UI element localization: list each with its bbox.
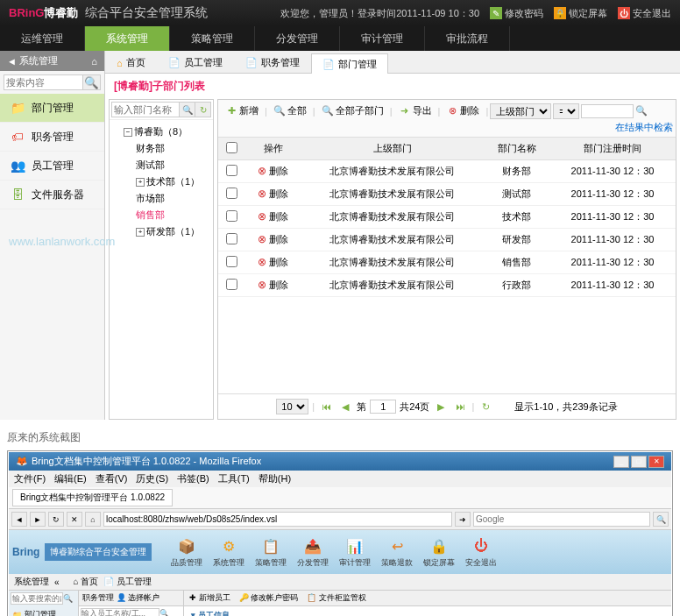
- page-size-select[interactable]: 10: [276, 399, 308, 414]
- prev-page-button[interactable]: ◀: [337, 399, 353, 414]
- tree-node[interactable]: 市场部: [113, 190, 209, 207]
- menu-item[interactable]: 查看(V): [96, 472, 128, 485]
- nav-policy[interactable]: 策略管理: [170, 26, 255, 51]
- tree-node[interactable]: 销售部: [113, 207, 209, 223]
- page-input[interactable]: [370, 400, 396, 414]
- nav-audit[interactable]: 审计管理: [340, 26, 425, 51]
- browser-tab[interactable]: Bring文档集中控制管理平台 1.0.0822: [12, 489, 173, 506]
- sidebar-item-position[interactable]: 🏷职务管理: [0, 123, 104, 152]
- reload-button[interactable]: ↻: [48, 512, 64, 527]
- tree-node[interactable]: −博睿勤（8）: [113, 124, 209, 140]
- row-checkbox[interactable]: [226, 165, 237, 176]
- menu-item[interactable]: 文件(F): [14, 472, 46, 485]
- back-button[interactable]: ◄: [11, 512, 27, 527]
- last-page-button[interactable]: ⏭: [452, 399, 468, 414]
- search-engine-input[interactable]: [473, 512, 650, 527]
- row-delete-button[interactable]: ⊗ 删除: [258, 280, 288, 290]
- nav-big-icon[interactable]: 📦品质管理: [166, 534, 208, 570]
- old-tree-search[interactable]: [81, 608, 159, 616]
- nav-ops[interactable]: 运维管理: [0, 26, 85, 51]
- nav-big-icon[interactable]: ⏻安全退出: [460, 534, 502, 570]
- select-all-checkbox[interactable]: [226, 142, 237, 153]
- row-delete-button[interactable]: ⊗ 删除: [258, 257, 288, 267]
- tree-node[interactable]: 测试部: [113, 157, 209, 173]
- maximize-button[interactable]: □: [631, 456, 647, 468]
- row-delete-button[interactable]: ⊗ 删除: [258, 211, 288, 222]
- tree-search-button[interactable]: 🔍: [180, 102, 195, 117]
- first-page-button[interactable]: ⏮: [318, 399, 334, 414]
- delete-button[interactable]: ⊗删除: [442, 103, 484, 119]
- menu-item[interactable]: 帮助(H): [259, 472, 291, 485]
- tree-search-input[interactable]: [111, 102, 180, 117]
- new-button[interactable]: ✚新增: [221, 103, 263, 119]
- minimize-button[interactable]: _: [613, 456, 629, 468]
- row-checkbox[interactable]: [226, 210, 237, 222]
- nav-big-icon[interactable]: 🔒锁定屏幕: [418, 534, 460, 570]
- close-button[interactable]: ✕: [648, 456, 664, 468]
- change-password-link[interactable]: ✎修改密码: [490, 7, 543, 20]
- tree-toggle-icon[interactable]: −: [124, 128, 132, 137]
- back-icon[interactable]: ◄: [7, 56, 17, 67]
- row-checkbox[interactable]: [226, 256, 237, 267]
- sidebar-search-button[interactable]: 🔍: [83, 74, 101, 90]
- sidebar-item-fileserver[interactable]: 🗄文件服务器: [0, 181, 104, 209]
- url-input[interactable]: [103, 512, 452, 527]
- next-page-button[interactable]: ▶: [433, 399, 449, 414]
- tree-node[interactable]: +技术部（1）: [113, 173, 209, 190]
- menu-item[interactable]: 工具(T): [218, 472, 250, 485]
- nav-big-icon[interactable]: ⚙系统管理: [208, 534, 250, 570]
- old-sb-dept[interactable]: 📁部门管理: [9, 606, 78, 616]
- sidebar-item-employee[interactable]: 👥员工管理: [0, 152, 104, 181]
- nav-distribute[interactable]: 分发管理: [255, 26, 340, 51]
- tree-node[interactable]: 财务部: [113, 140, 209, 157]
- row-checkbox[interactable]: [226, 279, 237, 290]
- tab-employee[interactable]: 📄员工管理: [157, 53, 234, 73]
- stop-button[interactable]: ✕: [67, 512, 82, 527]
- row-checkbox[interactable]: [226, 188, 237, 199]
- logout-link[interactable]: ⏻安全退出: [618, 7, 671, 20]
- menu-item[interactable]: 历史(S): [136, 472, 168, 485]
- nav-big-icon[interactable]: 📤分发管理: [292, 534, 334, 570]
- search-button[interactable]: 🔍: [653, 512, 669, 527]
- nav-approval[interactable]: 审批流程: [425, 26, 510, 51]
- tab-position[interactable]: 📄职务管理: [234, 53, 311, 73]
- all-button[interactable]: 🔍全部: [269, 103, 311, 119]
- search-go-icon[interactable]: 🔍: [635, 105, 648, 117]
- home-icon[interactable]: ⌂: [91, 56, 97, 67]
- filter-value-input[interactable]: [581, 104, 634, 118]
- old-sb-search-input[interactable]: [11, 592, 63, 605]
- search-in-results-link[interactable]: 在结果中检索: [615, 121, 673, 134]
- nav-big-icon[interactable]: ↩策略退款: [376, 534, 418, 570]
- lock-screen-link[interactable]: 🔒锁定屏幕: [554, 7, 607, 20]
- row-delete-button[interactable]: ⊗ 删除: [258, 166, 288, 176]
- old-cabinet[interactable]: 📋 文件柜监管权: [307, 592, 366, 604]
- row-delete-button[interactable]: ⊗ 删除: [258, 188, 288, 199]
- tree-toggle-icon[interactable]: +: [136, 228, 145, 237]
- collapse-icon[interactable]: «: [54, 577, 60, 587]
- row-delete-button[interactable]: ⊗ 删除: [258, 234, 288, 244]
- all-sub-button[interactable]: 🔍全部子部门: [317, 103, 388, 119]
- go-button[interactable]: ➜: [455, 512, 471, 527]
- tree-node[interactable]: +研发部（1）: [113, 223, 209, 240]
- tree-toggle-icon[interactable]: +: [136, 178, 145, 187]
- filter-op-select[interactable]: =: [553, 103, 579, 119]
- tab-dept[interactable]: 📄部门管理: [311, 53, 388, 74]
- nav-icon: ⏻: [471, 535, 492, 556]
- sidebar-item-dept[interactable]: 📁部门管理: [0, 94, 104, 123]
- nav-big-icon[interactable]: 📋策略管理: [250, 534, 292, 570]
- filter-field-select[interactable]: 上级部门: [490, 103, 551, 119]
- refresh-button[interactable]: ↻: [478, 399, 493, 414]
- menu-item[interactable]: 编辑(E): [54, 472, 87, 485]
- nav-big-icon[interactable]: 📊审计管理: [334, 534, 376, 570]
- nav-system[interactable]: 系统管理: [85, 26, 170, 51]
- row-checkbox[interactable]: [226, 233, 237, 244]
- home-button[interactable]: ⌂: [85, 512, 101, 527]
- old-new-emp[interactable]: ✚ 新增员工: [189, 592, 230, 604]
- export-button[interactable]: ➜导出: [394, 103, 436, 119]
- tree-refresh-button[interactable]: ↻: [195, 102, 211, 117]
- menu-item[interactable]: 书签(B): [177, 472, 209, 485]
- fwd-button[interactable]: ►: [30, 512, 46, 527]
- sidebar-search-input[interactable]: [4, 74, 83, 90]
- tab-home[interactable]: ⌂首页: [105, 53, 157, 73]
- old-chg-pwd[interactable]: 🔑 修改帐户密码: [239, 592, 299, 604]
